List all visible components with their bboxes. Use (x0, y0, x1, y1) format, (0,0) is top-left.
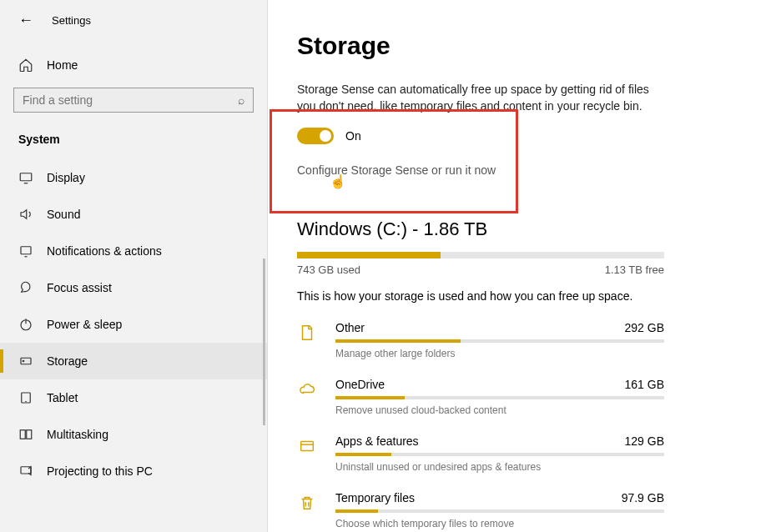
usage-description: This is how your storage is used and how… (297, 289, 746, 303)
cloud-icon (297, 379, 317, 399)
configure-storage-sense-link[interactable]: Configure Storage Sense or run it now (297, 163, 496, 177)
usage-item-other[interactable]: Other292 GB Manage other large folders (297, 321, 664, 359)
storage-sense-toggle-row: On (297, 128, 746, 144)
back-arrow-icon[interactable]: ← (18, 12, 33, 29)
sidebar-item-label: Display (47, 171, 85, 184)
drive-usage-fill (297, 252, 441, 258)
multitasking-icon (18, 427, 33, 442)
svg-rect-1 (21, 247, 31, 254)
window-header: ← Settings (0, 0, 267, 38)
sidebar-item-display[interactable]: Display (0, 159, 267, 196)
usage-bar (335, 396, 664, 399)
notifications-icon (18, 243, 33, 258)
drive-used-label: 743 GB used (297, 263, 360, 276)
sidebar-item-power[interactable]: Power & sleep (0, 306, 267, 343)
usage-size: 292 GB (625, 321, 664, 334)
sidebar-item-multitasking[interactable]: Multitasking (0, 416, 267, 453)
drive-free-label: 1.13 TB free (605, 263, 664, 276)
usage-name: OneDrive (335, 378, 385, 391)
usage-sub: Manage other large folders (335, 348, 664, 359)
home-label: Home (47, 58, 78, 72)
drive-title: Windows (C:) - 1.86 TB (297, 218, 746, 240)
settings-title: Settings (52, 14, 91, 27)
usage-sub: Uninstall unused or undesired apps & fea… (335, 461, 664, 473)
other-icon (297, 323, 317, 343)
usage-sub: Remove unused cloud-backed content (335, 404, 664, 416)
usage-bar (335, 453, 664, 456)
sidebar-item-label: Storage (47, 354, 88, 368)
projecting-icon (18, 464, 33, 479)
home-icon (18, 58, 33, 73)
sidebar-item-label: Projecting to this PC (47, 464, 153, 478)
sidebar-item-projecting[interactable]: Projecting to this PC (0, 453, 267, 489)
usage-item-apps[interactable]: Apps & features129 GB Uninstall unused o… (297, 434, 664, 473)
usage-size: 161 GB (625, 378, 664, 391)
toggle-state-label: On (345, 129, 361, 143)
usage-bar (335, 339, 664, 343)
search-icon: ⌕ (238, 93, 244, 107)
usage-size: 129 GB (625, 434, 664, 448)
apps-icon (297, 436, 317, 456)
storage-sense-toggle[interactable] (297, 128, 334, 144)
sidebar-item-label: Sound (47, 208, 80, 221)
sidebar-item-label: Tablet (47, 391, 78, 404)
focus-assist-icon (18, 280, 33, 295)
main-content: Storage Storage Sense can automatically … (267, 0, 776, 532)
usage-name: Temporary files (335, 491, 415, 504)
sidebar-divider (267, 0, 268, 532)
tablet-icon (18, 390, 33, 405)
scrollbar[interactable] (263, 258, 265, 425)
usage-item-onedrive[interactable]: OneDrive161 GB Remove unused cloud-backe… (297, 378, 664, 416)
sidebar: ← Settings Home ⌕ System Display Sound N… (0, 0, 267, 532)
sidebar-item-focus-assist[interactable]: Focus assist (0, 269, 267, 306)
drive-usage-labels: 743 GB used 1.13 TB free (297, 263, 664, 276)
page-title: Storage (297, 32, 746, 60)
svg-point-4 (23, 360, 24, 362)
sidebar-item-label: Power & sleep (47, 318, 122, 331)
usage-sub: Choose which temporary files to remove (335, 518, 664, 529)
display-icon (18, 170, 33, 185)
section-label: System (0, 124, 267, 153)
sidebar-item-tablet[interactable]: Tablet (0, 379, 267, 416)
usage-bar (335, 509, 664, 513)
storage-icon (18, 354, 33, 369)
svg-rect-0 (20, 173, 32, 181)
power-icon (18, 317, 33, 332)
search-input[interactable] (23, 93, 238, 107)
sidebar-item-notifications[interactable]: Notifications & actions (0, 233, 267, 269)
usage-name: Other (335, 321, 365, 334)
drive-usage-bar (297, 252, 664, 258)
storage-sense-description: Storage Sense can automatically free up … (297, 82, 664, 114)
home-nav[interactable]: Home (0, 49, 267, 81)
sidebar-item-label: Focus assist (47, 281, 112, 294)
svg-rect-7 (27, 430, 32, 439)
search-box[interactable]: ⌕ (13, 88, 254, 113)
sidebar-item-label: Multitasking (47, 428, 108, 441)
nav-list: Display Sound Notifications & actions Fo… (0, 159, 267, 489)
sidebar-item-sound[interactable]: Sound (0, 196, 267, 233)
usage-item-temp[interactable]: Temporary files97.9 GB Choose which temp… (297, 491, 664, 529)
sound-icon (18, 207, 33, 222)
usage-name: Apps & features (335, 434, 419, 448)
svg-rect-6 (20, 430, 25, 439)
usage-size: 97.9 GB (622, 491, 664, 504)
trash-icon (297, 493, 317, 513)
svg-rect-9 (301, 442, 314, 451)
sidebar-item-storage[interactable]: Storage (0, 343, 267, 379)
sidebar-item-label: Notifications & actions (47, 244, 162, 258)
